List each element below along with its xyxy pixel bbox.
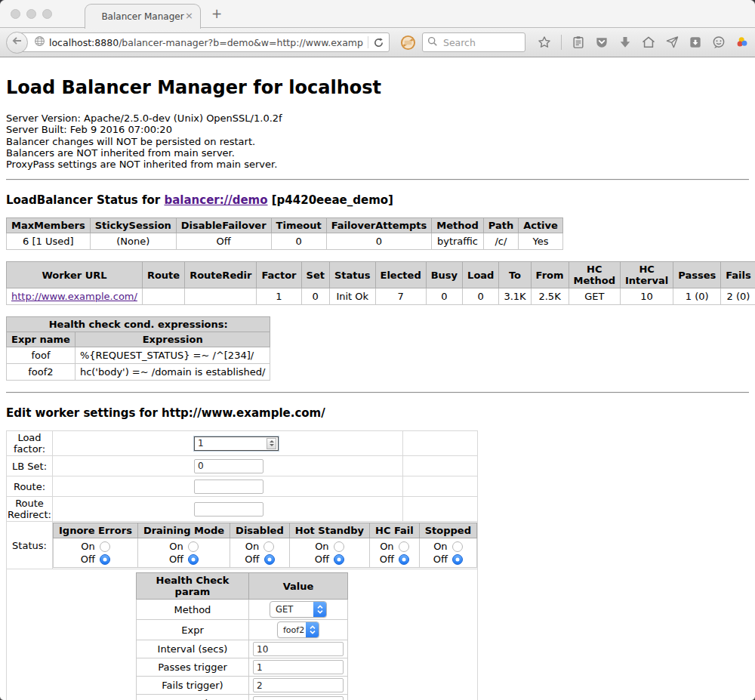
- col-header: Method: [432, 218, 483, 233]
- col-header: Hot Standby: [289, 523, 369, 538]
- zoom-window-button[interactable]: [42, 9, 52, 19]
- radio-off[interactable]: [264, 554, 275, 565]
- table-header-row: MaxMembers StickySession DisableFailover…: [7, 218, 563, 233]
- back-button[interactable]: [6, 32, 28, 54]
- form-row-route: Route:: [7, 476, 478, 497]
- tab-title: Balancer Manager: [101, 11, 183, 22]
- health-header-row: Health Check param Value: [137, 573, 348, 600]
- col-header: To: [499, 262, 531, 288]
- browser-window: Balancer Manager × + localhost:8880/bala…: [0, 0, 755, 700]
- expr-select[interactable]: foof2: [277, 621, 319, 638]
- cell: Yes: [519, 233, 563, 250]
- edit-worker-form: Load factor: LB Set: Route:: [6, 430, 478, 700]
- balancer-demo-link[interactable]: balancer://demo: [164, 193, 267, 207]
- passes-input[interactable]: [253, 660, 344, 674]
- minimize-window-button[interactable]: [26, 9, 36, 19]
- radio-on[interactable]: [100, 541, 110, 552]
- tab-close-icon[interactable]: ×: [185, 11, 193, 21]
- cell: http://www.example.com/: [7, 288, 143, 305]
- new-tab-button[interactable]: +: [211, 6, 222, 21]
- colored-dots-icon[interactable]: [734, 34, 750, 51]
- route-redirect-label: Route Redirect:: [7, 497, 53, 522]
- radio-on[interactable]: [452, 541, 463, 552]
- cell: (None): [90, 233, 176, 250]
- worker-url-link[interactable]: http://www.example.com/: [11, 291, 137, 302]
- number-spinner[interactable]: [267, 438, 276, 449]
- lb-set-label: LB Set:: [7, 456, 53, 476]
- search-input[interactable]: [442, 36, 520, 49]
- col-header: Factor: [257, 262, 301, 288]
- radio-on[interactable]: [188, 541, 199, 552]
- status-radio-row: On Off On Off On Off: [54, 538, 477, 568]
- route-redirect-input[interactable]: [194, 502, 263, 517]
- select-arrows-icon: [313, 602, 326, 617]
- block-shield-icon[interactable]: [400, 35, 416, 51]
- fails-label: Fails trigger): [137, 677, 249, 695]
- inherit-note-line: Balancers are NOT inherited from main se…: [6, 147, 749, 159]
- clipboard-icon[interactable]: [570, 34, 587, 51]
- col-header: StickySession: [90, 218, 176, 233]
- chat-smiley-icon[interactable]: [710, 34, 727, 51]
- radio-off[interactable]: [399, 554, 409, 565]
- toolbar-icons: [536, 34, 755, 51]
- cell: 1: [257, 288, 301, 305]
- col-header: Elected: [375, 262, 426, 288]
- proxypass-note-line: ProxyPass settings are NOT inherited fro…: [6, 159, 749, 170]
- status-col-disabled: On Off: [230, 538, 290, 568]
- radio-off[interactable]: [334, 554, 344, 565]
- cell: [185, 288, 257, 305]
- url-text[interactable]: localhost:8880/balancer-manager?b=demo&w…: [49, 37, 363, 48]
- close-window-button[interactable]: [11, 9, 20, 19]
- col-header: Stopped: [419, 523, 476, 538]
- hc-uri-input[interactable]: [253, 696, 344, 700]
- table-header-row: Worker URL Route RouteRedir Factor Set S…: [7, 262, 755, 288]
- col-header: HC Interval: [620, 262, 673, 288]
- divider: [6, 392, 749, 393]
- health-row-method: Method GET: [137, 600, 348, 620]
- method-label: Method: [137, 600, 249, 620]
- search-bar[interactable]: [422, 32, 525, 52]
- pocket-icon[interactable]: [593, 34, 610, 51]
- radio-on[interactable]: [399, 541, 409, 552]
- col-header: Path: [483, 218, 518, 233]
- radio-on[interactable]: [334, 541, 344, 552]
- route-input[interactable]: [194, 480, 263, 494]
- status-col-hot-standby: On Off: [289, 538, 369, 568]
- table-row: foof %{REQUEST_STATUS} =~ /^[234]/: [7, 347, 270, 364]
- url-bar[interactable]: localhost:8880/balancer-manager?b=demo&w…: [18, 32, 390, 52]
- radio-off[interactable]: [452, 554, 463, 565]
- star-icon[interactable]: [536, 34, 553, 51]
- cell: 7: [375, 288, 426, 305]
- reload-button[interactable]: [373, 37, 384, 48]
- home-icon[interactable]: [640, 34, 657, 51]
- col-header: Value: [249, 573, 348, 600]
- download-box-icon[interactable]: [687, 34, 704, 51]
- interval-input[interactable]: [253, 642, 344, 656]
- method-select[interactable]: GET: [270, 601, 327, 618]
- cell: 2.5K: [531, 288, 569, 305]
- health-row-hc-uri: HC uri: [137, 695, 348, 700]
- server-info: Server Version: Apache/2.5.0-dev (Unix) …: [6, 113, 749, 170]
- send-icon[interactable]: [664, 34, 680, 51]
- cell: 6 [1 Used]: [7, 233, 91, 250]
- col-header: Set: [301, 262, 329, 288]
- tab-balancer-manager[interactable]: Balancer Manager ×: [85, 4, 201, 29]
- status-label: Status:: [7, 522, 53, 569]
- col-header: MaxMembers: [7, 218, 91, 233]
- radio-on[interactable]: [263, 541, 274, 552]
- col-header: Load: [463, 262, 499, 288]
- download-arrow-icon[interactable]: [617, 34, 633, 51]
- empty-cell: [402, 431, 477, 456]
- status-col-stopped: On Off: [419, 538, 476, 568]
- status-col-hc-fail: On Off: [370, 538, 420, 568]
- radio-off[interactable]: [100, 554, 110, 565]
- lb-set-input[interactable]: [194, 459, 263, 473]
- toolbar-divider: [561, 35, 562, 50]
- page-content: Load Balancer Manager for localhost Serv…: [0, 77, 755, 700]
- load-factor-label: Load factor:: [7, 431, 53, 456]
- empty-cell: [402, 476, 477, 497]
- fails-input[interactable]: [253, 678, 344, 692]
- expr-label: Expr: [137, 620, 249, 640]
- radio-off[interactable]: [188, 554, 199, 565]
- empty-cell: [402, 456, 477, 476]
